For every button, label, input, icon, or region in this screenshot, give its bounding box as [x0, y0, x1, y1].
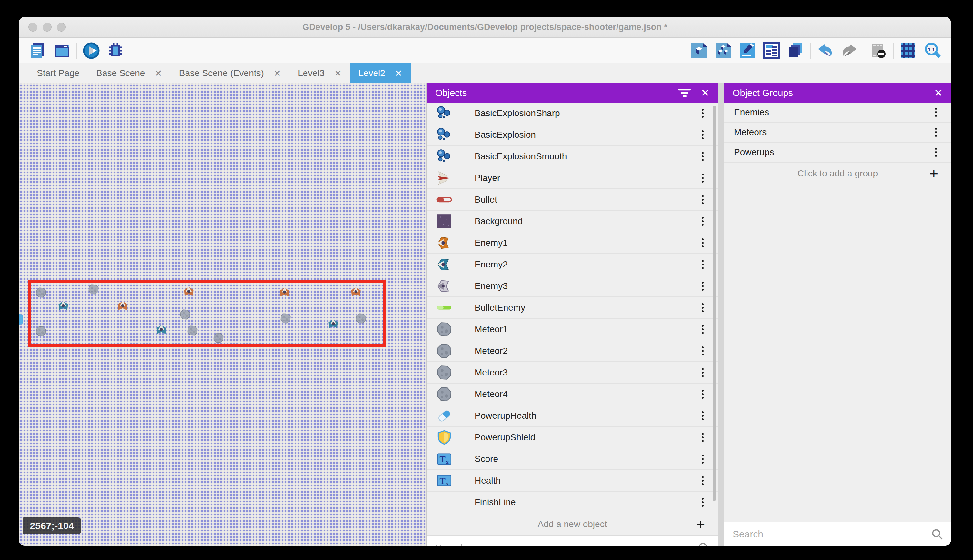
layers-icon[interactable]: [786, 42, 805, 60]
object-row[interactable]: Tx Health: [427, 470, 718, 492]
object-row[interactable]: Meteor3: [427, 362, 718, 383]
group-menu-icon[interactable]: [935, 148, 937, 157]
group-menu-icon[interactable]: [935, 128, 937, 137]
redo-icon[interactable]: [840, 42, 858, 60]
tab-base-scene-events[interactable]: Base Scene (Events) ✕: [171, 63, 290, 83]
object-row[interactable]: Enemy1: [427, 232, 718, 254]
group-row[interactable]: Enemies: [724, 103, 951, 123]
tab-level3[interactable]: Level3 ✕: [289, 63, 350, 83]
group-menu-icon[interactable]: [935, 108, 937, 117]
objects-search-input[interactable]: [427, 542, 718, 546]
objects-panel-icon[interactable]: [690, 42, 708, 60]
scene-instance[interactable]: [186, 325, 199, 336]
object-groups-icon[interactable]: [714, 42, 732, 60]
object-menu-icon[interactable]: [702, 195, 704, 204]
scene-instance[interactable]: [34, 326, 48, 337]
search-icon: [698, 542, 710, 546]
scene-instance[interactable]: [34, 287, 48, 298]
minimize-window-button[interactable]: [43, 23, 52, 32]
object-row[interactable]: BasicExplosion: [427, 124, 718, 146]
object-name: BasicExplosionSharp: [475, 108, 560, 118]
object-menu-icon[interactable]: [702, 433, 704, 442]
close-window-button[interactable]: [28, 23, 37, 32]
properties-icon[interactable]: [738, 42, 756, 60]
object-menu-icon[interactable]: [702, 455, 704, 463]
scene-instance[interactable]: [349, 285, 362, 300]
scene-instance[interactable]: [178, 309, 192, 320]
object-row[interactable]: Tx Score: [427, 448, 718, 470]
window-mask-toggle-icon[interactable]: [870, 42, 888, 60]
group-row[interactable]: Meteors: [724, 123, 951, 143]
filter-icon[interactable]: [678, 87, 692, 99]
scene-instance[interactable]: [279, 313, 292, 324]
instances-list-icon[interactable]: [762, 42, 781, 60]
object-menu-icon[interactable]: [702, 347, 704, 355]
object-row[interactable]: Background: [427, 211, 718, 232]
debug-icon[interactable]: [106, 42, 125, 60]
object-row[interactable]: BasicExplosionSmooth: [427, 146, 718, 167]
object-menu-icon[interactable]: [702, 152, 704, 161]
scene-canvas[interactable]: 2567;-104: [19, 83, 426, 546]
object-row[interactable]: BasicExplosionSharp: [427, 103, 718, 124]
scene-instance[interactable]: [116, 299, 129, 314]
add-object-row[interactable]: Add a new object +: [427, 513, 718, 535]
object-menu-icon[interactable]: [702, 109, 704, 118]
object-menu-icon[interactable]: [702, 260, 704, 269]
object-menu-icon[interactable]: [702, 238, 704, 247]
canvas-scroll-indicator[interactable]: [19, 314, 23, 325]
object-menu-icon[interactable]: [702, 411, 704, 420]
object-menu-icon[interactable]: [702, 282, 704, 291]
tab-level2[interactable]: Level2 ✕: [350, 63, 411, 83]
object-row[interactable]: Bullet: [427, 189, 718, 211]
object-menu-icon[interactable]: [702, 476, 704, 485]
object-thumbnail-icon: [437, 257, 452, 272]
scene-instance[interactable]: [327, 317, 340, 332]
panel-divider[interactable]: [718, 83, 724, 546]
tab-close-icon[interactable]: ✕: [273, 68, 281, 79]
object-menu-icon[interactable]: [702, 303, 704, 312]
object-menu-icon[interactable]: [702, 217, 704, 226]
object-menu-icon[interactable]: [702, 325, 704, 334]
object-row[interactable]: Meteor2: [427, 340, 718, 362]
object-row[interactable]: Enemy3: [427, 275, 718, 297]
object-row[interactable]: Meteor4: [427, 383, 718, 405]
tab-base-scene[interactable]: Base Scene ✕: [88, 63, 170, 83]
close-icon[interactable]: ✕: [934, 87, 943, 99]
scene-instance[interactable]: [354, 313, 368, 324]
object-row[interactable]: PowerupShield: [427, 427, 718, 448]
scene-instance[interactable]: [155, 323, 168, 338]
maximize-window-button[interactable]: [57, 23, 66, 32]
groups-search-input[interactable]: [724, 529, 951, 540]
close-icon[interactable]: ✕: [701, 87, 710, 99]
object-row[interactable]: Enemy2: [427, 254, 718, 275]
scene-instance[interactable]: [87, 284, 100, 295]
object-menu-icon[interactable]: [702, 130, 704, 139]
grid-toggle-icon[interactable]: [899, 42, 917, 60]
tab-start-page[interactable]: Start Page: [28, 63, 88, 83]
tab-close-icon[interactable]: ✕: [155, 68, 162, 79]
object-menu-icon[interactable]: [702, 390, 704, 399]
add-object-label: Add a new object: [538, 519, 607, 529]
preview-play-icon[interactable]: [82, 42, 100, 60]
group-row[interactable]: Powerups: [724, 143, 951, 163]
object-row[interactable]: FinishLine: [427, 492, 718, 513]
object-row[interactable]: Player: [427, 167, 718, 189]
zoom-1-1-icon[interactable]: 1:1: [923, 42, 941, 60]
tab-close-icon[interactable]: ✕: [395, 68, 402, 79]
scene-instance[interactable]: [57, 299, 70, 314]
scene-editor-window-icon[interactable]: [53, 42, 71, 60]
objects-scrollbar[interactable]: [713, 106, 716, 546]
object-menu-icon[interactable]: [702, 368, 704, 377]
object-row[interactable]: BulletEnemy: [427, 297, 718, 319]
scene-instance[interactable]: [182, 285, 195, 300]
object-row[interactable]: PowerupHealth: [427, 405, 718, 427]
scene-instance[interactable]: [212, 332, 225, 343]
object-row[interactable]: Meteor1: [427, 319, 718, 340]
object-menu-icon[interactable]: [702, 173, 704, 183]
project-manager-icon[interactable]: [28, 42, 47, 60]
scene-instance[interactable]: [278, 285, 291, 301]
tab-close-icon[interactable]: ✕: [334, 68, 342, 79]
add-group-row[interactable]: Click to add a group +: [724, 163, 951, 185]
undo-icon[interactable]: [816, 42, 834, 60]
object-menu-icon[interactable]: [702, 498, 704, 507]
